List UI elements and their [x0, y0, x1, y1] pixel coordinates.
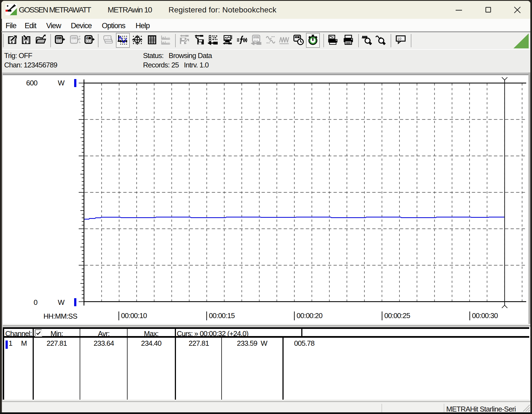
svg-text:00:00:25: 00:00:25 — [384, 311, 410, 320]
svg-text:1/2: 1/2 — [295, 36, 298, 38]
svg-text:321: 321 — [72, 37, 76, 40]
svg-text:1/2-: 1/2- — [397, 37, 403, 40]
svg-text:00:00:30: 00:00:30 — [472, 311, 498, 320]
svg-text:321: 321 — [57, 37, 61, 40]
svg-text:00:00:20: 00:00:20 — [297, 311, 323, 320]
svg-text:00:00:10: 00:00:10 — [121, 311, 147, 320]
svg-text:M: M — [86, 36, 89, 40]
svg-text:00:00:15: 00:00:15 — [209, 311, 235, 320]
svg-text:1257: 1257 — [105, 36, 111, 40]
svg-text:321: 321 — [254, 36, 258, 39]
